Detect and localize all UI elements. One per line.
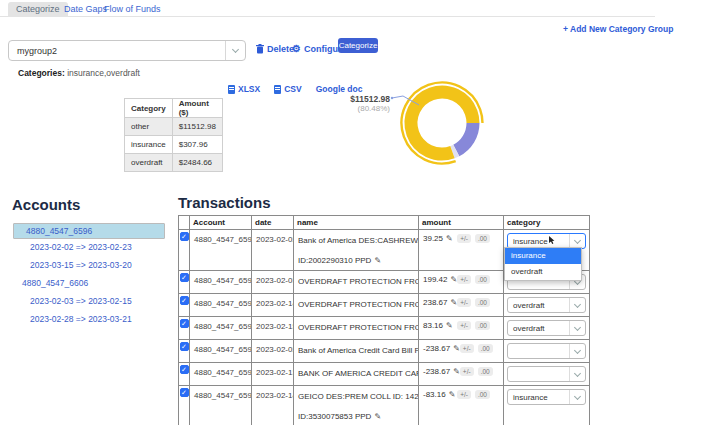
- file-icon: [274, 85, 281, 94]
- account-item[interactable]: 4880_4547_6606: [22, 276, 88, 291]
- export-csv-link[interactable]: CSV: [274, 84, 301, 94]
- export-links: XLSX CSV Google doc: [228, 84, 362, 94]
- row-checkbox[interactable]: [180, 365, 189, 374]
- category-select[interactable]: overdraft: [507, 297, 586, 313]
- delete-button-label: Delete: [267, 44, 294, 54]
- cents-button[interactable]: .00: [475, 298, 490, 307]
- row-checkbox[interactable]: [180, 388, 189, 397]
- add-new-category-group-link[interactable]: + Add New Category Group: [563, 24, 673, 34]
- table-row: 4880_4547_6596 2023-02-14 OVERDRAFT PROT…: [179, 294, 590, 317]
- account-date-range[interactable]: 2023-02-28 => 2023-03-21: [30, 312, 132, 327]
- account-date-range[interactable]: 2023-03-15 => 2023-03-20: [30, 258, 132, 273]
- select-all-header: [179, 216, 190, 230]
- plusminus-button[interactable]: +/-: [457, 390, 471, 399]
- chevron-down-icon: [569, 390, 585, 404]
- chevron-down-icon: [569, 321, 585, 335]
- mouse-cursor-icon: [549, 236, 555, 244]
- table-row: insurance $307.96: [125, 136, 223, 154]
- table-row: 4880_4547_6596 2023-02-14 GEICO DES:PREM…: [179, 386, 590, 425]
- col-account: Account: [190, 216, 252, 230]
- table-row: 4880_4547_6596 2023-02-13 BANK OF AMERIC…: [179, 363, 590, 386]
- plusminus-button[interactable]: +/-: [460, 367, 474, 376]
- edit-icon[interactable]: ✎: [446, 234, 453, 243]
- categories-line: Categories: insurance,overdraft: [18, 68, 140, 78]
- col-date: date: [252, 216, 294, 230]
- edit-icon[interactable]: ✎: [450, 275, 457, 284]
- account-date-range[interactable]: 2023-02-02 => 2023-02-23: [30, 240, 132, 255]
- transactions-title: Transactions: [178, 194, 271, 211]
- row-checkbox[interactable]: [180, 232, 189, 241]
- accounts-title: Accounts: [12, 196, 80, 213]
- edit-icon[interactable]: ✎: [449, 390, 456, 399]
- donut-callout-label: $11512.98 (80.48%): [330, 94, 390, 113]
- cents-button[interactable]: .00: [475, 275, 490, 284]
- table-row: overdraft $2484.66: [125, 154, 223, 172]
- categories-value: insurance,overdraft: [67, 68, 140, 78]
- chevron-down-icon: [569, 234, 585, 248]
- edit-icon[interactable]: ✎: [453, 344, 460, 353]
- row-checkbox[interactable]: [180, 342, 189, 351]
- category-dropdown-panel: insurance overdraft: [504, 247, 582, 281]
- col-category: category: [504, 216, 590, 230]
- plusminus-button[interactable]: +/-: [457, 298, 471, 307]
- edit-icon[interactable]: ✎: [446, 321, 453, 330]
- export-xlsx-link[interactable]: XLSX: [228, 84, 260, 94]
- row-checkbox[interactable]: [180, 319, 189, 328]
- edit-icon[interactable]: ✎: [374, 412, 381, 421]
- categorize-page: Categorize Date Gaps Flow of Funds + Add…: [0, 0, 720, 425]
- file-icon: [228, 85, 235, 94]
- plusminus-button[interactable]: +/-: [457, 234, 471, 243]
- delete-button[interactable]: Delete: [256, 44, 294, 54]
- category-group-select[interactable]: mygroup2: [8, 40, 246, 61]
- edit-icon[interactable]: ✎: [450, 298, 457, 307]
- row-checkbox[interactable]: [180, 273, 189, 282]
- summary-header-amount: Amount ($): [172, 99, 222, 118]
- account-date-range[interactable]: 2023-02-03 => 2023-02-15: [30, 294, 132, 309]
- cents-button[interactable]: .00: [475, 321, 490, 330]
- tab-flow-of-funds[interactable]: Flow of Funds: [96, 2, 169, 17]
- chevron-down-icon: [225, 41, 245, 60]
- cents-button[interactable]: .00: [475, 234, 490, 243]
- tab-bar: Categorize Date Gaps Flow of Funds: [0, 0, 655, 17]
- col-amount: amount: [419, 216, 504, 230]
- chevron-down-icon: [569, 344, 585, 358]
- table-row: other $11512.98: [125, 118, 223, 136]
- summary-header-category: Category: [125, 99, 173, 118]
- transactions-header-row: Account date name amount category: [179, 216, 590, 230]
- category-select[interactable]: [507, 343, 586, 359]
- category-select[interactable]: overdraft: [507, 320, 586, 336]
- table-row: 4880_4547_6596 2023-02-15 OVERDRAFT PROT…: [179, 317, 590, 340]
- export-google-doc-link[interactable]: Google doc: [316, 84, 363, 94]
- table-row: 4880_4547_6596 2023-02-02 Bank of Americ…: [179, 340, 590, 363]
- edit-icon[interactable]: ✎: [453, 367, 460, 376]
- plusminus-button[interactable]: +/-: [457, 275, 471, 284]
- category-select[interactable]: [507, 366, 586, 382]
- cents-button[interactable]: .00: [475, 390, 490, 399]
- row-checkbox[interactable]: [180, 296, 189, 305]
- cents-button[interactable]: .00: [478, 344, 493, 353]
- dropdown-option-overdraft[interactable]: overdraft: [505, 264, 581, 280]
- trash-icon: [256, 44, 264, 54]
- col-name: name: [294, 216, 419, 230]
- callout-leader-line: [390, 92, 426, 110]
- account-item[interactable]: 4880_4547_6596: [13, 223, 165, 239]
- dropdown-option-insurance[interactable]: insurance: [505, 248, 581, 264]
- chevron-down-icon: [569, 298, 585, 312]
- plusminus-button[interactable]: +/-: [460, 344, 474, 353]
- plusminus-button[interactable]: +/-: [457, 321, 471, 330]
- categories-label: Categories:: [18, 68, 65, 78]
- chevron-down-icon: [569, 367, 585, 381]
- category-summary-table: Category Amount ($) other $11512.98 insu…: [124, 98, 223, 172]
- category-select[interactable]: insurance: [507, 389, 586, 405]
- gear-icon: ⚙: [292, 44, 301, 54]
- categorize-button[interactable]: Categorize: [338, 38, 378, 53]
- cents-button[interactable]: .00: [478, 367, 493, 376]
- category-group-select-value: mygroup2: [9, 46, 225, 56]
- edit-icon[interactable]: ✎: [374, 256, 381, 265]
